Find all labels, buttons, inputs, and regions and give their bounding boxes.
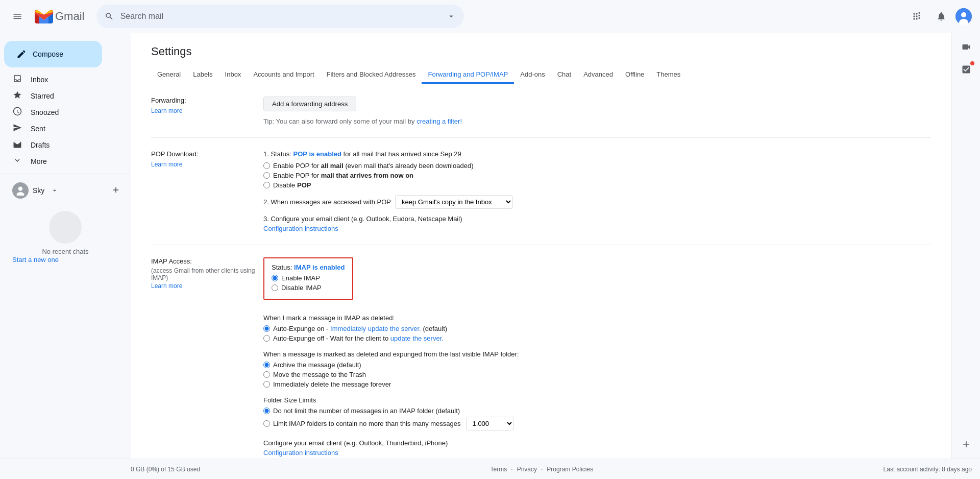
imap-config-link[interactable]: Configuration instructions: [263, 449, 931, 457]
right-panel-tasks[interactable]: [956, 59, 976, 80]
archive-radio[interactable]: [263, 362, 270, 368]
no-limit-radio[interactable]: [263, 408, 270, 414]
archive-label: Archive the message (default): [273, 361, 361, 369]
pop-disable-label: Disable POP: [273, 181, 311, 189]
search-dropdown-icon[interactable]: [447, 11, 456, 21]
create-filter-link[interactable]: creating a filter!: [416, 117, 462, 125]
svg-point-4: [17, 192, 24, 196]
drafts-label: Drafts: [31, 141, 50, 149]
pop-status-suffix: for all mail that has arrived since Sep …: [341, 150, 461, 158]
chat-avatar-placeholder: [49, 211, 82, 244]
svg-point-3: [18, 187, 22, 191]
add-account-button[interactable]: [109, 183, 122, 198]
imap-disable-radio[interactable]: [272, 284, 278, 291]
imap-enable-label: Enable IMAP: [281, 274, 320, 282]
sidebar: Compose Inbox Starred: [0, 33, 131, 459]
notifications-button[interactable]: [931, 6, 951, 27]
imap-configure-example: (e.g. Outlook, Thunderbird, iPhone): [344, 439, 448, 447]
imap-options: Enable IMAP Disable IMAP: [272, 274, 345, 292]
tab-addons[interactable]: Add-ons: [514, 66, 551, 84]
right-panel-add[interactable]: [956, 434, 976, 454]
topbar-right: [906, 6, 972, 27]
pop-learn-more[interactable]: Learn more: [151, 161, 182, 168]
imap-disable-option: Disable IMAP: [272, 284, 345, 292]
pop-disable-radio[interactable]: [263, 182, 270, 188]
pop-label: POP Download: Learn more: [151, 150, 263, 232]
star-icon: [12, 90, 22, 102]
delete-forever-label: Immediately delete the message forever: [273, 380, 391, 388]
settings-title: Settings: [151, 45, 931, 58]
tip-text-prefix: Tip: You can also forward only some of y…: [263, 117, 415, 125]
tab-advanced[interactable]: Advanced: [577, 66, 619, 84]
imap-enable-radio[interactable]: [272, 275, 278, 281]
pop-action-select[interactable]: keep Gmail's copy in the Inbox archive G…: [395, 195, 513, 209]
snoozed-icon: [12, 107, 22, 118]
tab-forwarding[interactable]: Forwarding and POP/IMAP: [422, 66, 514, 84]
folder-size-title: Folder Size Limits: [263, 396, 931, 404]
terms-link[interactable]: Terms: [491, 466, 507, 473]
delete-forever-radio[interactable]: [263, 381, 270, 388]
avatar[interactable]: [955, 8, 972, 25]
pop-all-radio[interactable]: [263, 162, 270, 169]
chat-empty-text: No recent chats: [12, 248, 118, 255]
auto-on-radio[interactable]: [263, 325, 270, 332]
compose-icon: [16, 49, 27, 59]
tab-offline[interactable]: Offline: [619, 66, 650, 84]
chat-section: No recent chats Start a new one: [0, 203, 131, 272]
auto-off-radio[interactable]: [263, 335, 270, 342]
pop-section2-label: 2. When messages are accessed with POP: [263, 198, 391, 206]
tab-accounts[interactable]: Accounts and Import: [247, 66, 320, 84]
sent-label: Sent: [31, 125, 45, 133]
pop-config-link[interactable]: Configuration instructions: [263, 225, 931, 232]
forwarding-tip: Tip: You can also forward only some of y…: [263, 117, 931, 125]
compose-label: Compose: [33, 50, 63, 58]
sidebar-item-drafts[interactable]: Drafts: [0, 137, 122, 153]
pop-section: POP Download: Learn more 1. Status: POP …: [151, 150, 931, 245]
search-input[interactable]: [120, 12, 441, 21]
folder-limit-select[interactable]: 1,000 2,000 5,000 10,000: [466, 417, 514, 430]
apps-button[interactable]: [906, 6, 927, 27]
search-icon: [105, 11, 114, 21]
tab-inbox[interactable]: Inbox: [219, 66, 248, 84]
menu-icon[interactable]: [8, 7, 27, 26]
tab-chat[interactable]: Chat: [551, 66, 577, 84]
sidebar-item-snoozed[interactable]: Snoozed: [0, 104, 122, 121]
pop-title: POP Download:: [151, 150, 263, 158]
right-panel-meet[interactable]: [956, 37, 976, 57]
forwarding-content: Add a forwarding address Tip: You can al…: [263, 97, 931, 125]
add-forwarding-button[interactable]: Add a forwarding address: [263, 97, 356, 111]
settings-tabs: General Labels Inbox Accounts and Import…: [151, 66, 931, 84]
trash-radio[interactable]: [263, 371, 270, 378]
pop-now-radio[interactable]: [263, 172, 270, 179]
more-label: More: [31, 157, 47, 165]
pop-section2: 2. When messages are accessed with POP k…: [263, 195, 931, 209]
right-panel: [951, 33, 980, 459]
search-bar[interactable]: [96, 5, 464, 28]
sidebar-item-sent[interactable]: Sent: [0, 121, 122, 137]
sidebar-item-starred[interactable]: Starred: [0, 88, 122, 104]
forwarding-learn-more[interactable]: Learn more: [151, 107, 182, 114]
imap-learn-more[interactable]: Learn more: [151, 282, 182, 290]
tab-filters[interactable]: Filters and Blocked Addresses: [321, 66, 422, 84]
pop-status: 1. Status: POP is enabled for all mail t…: [263, 150, 931, 158]
account-item[interactable]: Sky: [0, 178, 131, 203]
compose-button[interactable]: Compose: [4, 41, 102, 67]
tab-general[interactable]: General: [151, 66, 187, 84]
starred-label: Starred: [31, 92, 54, 100]
tab-labels[interactable]: Labels: [187, 66, 218, 84]
sidebar-item-more[interactable]: More: [0, 153, 122, 170]
tab-themes[interactable]: Themes: [650, 66, 687, 84]
imap-delete-option: Immediately delete the message forever: [263, 380, 931, 388]
last-activity: Last account activity: 8 days ago: [884, 466, 972, 473]
chat-new-link[interactable]: Start a new one: [12, 256, 59, 264]
privacy-link[interactable]: Privacy: [517, 466, 537, 473]
nav-menu: Inbox Starred Snoozed: [0, 71, 131, 170]
sidebar-item-inbox[interactable]: Inbox: [0, 71, 122, 88]
svg-point-1: [961, 12, 966, 17]
limit-radio[interactable]: [263, 420, 270, 427]
content-area: Settings General Labels Inbox Accounts a…: [131, 33, 951, 459]
pop-section3-example: (e.g. Outlook, Eudora, Netscape Mail): [349, 215, 462, 223]
program-policies-link[interactable]: Program Policies: [547, 466, 593, 473]
pop-option-now: Enable POP for mail that arrives from no…: [263, 172, 931, 179]
pop-content: 1. Status: POP is enabled for all mail t…: [263, 150, 931, 232]
